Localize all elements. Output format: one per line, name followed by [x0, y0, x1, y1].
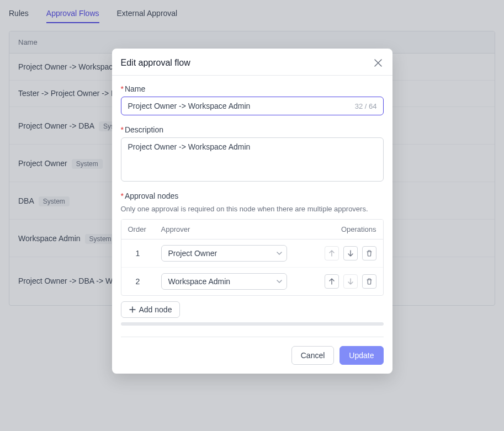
node-header-approver: Approver	[155, 220, 316, 240]
trash-icon	[366, 278, 373, 285]
node-order: 1	[121, 240, 155, 268]
chevron-down-icon	[277, 252, 282, 255]
arrow-up-icon	[328, 250, 335, 257]
node-row: 1 Project Owner	[121, 240, 383, 268]
add-node-button[interactable]: Add node	[121, 301, 181, 318]
move-up-button[interactable]	[325, 246, 339, 260]
delete-button[interactable]	[362, 274, 376, 289]
approval-nodes-table: Order Approver Operations 1 Project Owne…	[121, 219, 384, 296]
node-header-order: Order	[121, 220, 155, 240]
approver-select[interactable]: Workspace Admin	[161, 273, 287, 290]
required-asterisk: *	[121, 125, 124, 134]
move-down-button[interactable]	[343, 246, 358, 260]
arrow-up-icon	[328, 278, 335, 285]
arrow-down-icon	[347, 278, 354, 285]
update-button[interactable]: Update	[339, 346, 383, 365]
move-down-button[interactable]	[343, 274, 358, 289]
move-up-button[interactable]	[325, 274, 339, 289]
modal-title: Edit approval flow	[121, 58, 190, 68]
name-input[interactable]	[121, 97, 384, 115]
required-asterisk: *	[121, 191, 124, 200]
close-button[interactable]	[373, 57, 384, 68]
approval-nodes-label: *Approval nodes	[121, 191, 384, 200]
required-asterisk: *	[121, 84, 124, 93]
close-icon	[374, 59, 382, 67]
edit-approval-flow-modal: Edit approval flow *Name 32 / 64 *Descri…	[112, 49, 392, 374]
horizontal-scrollbar[interactable]	[121, 322, 384, 326]
approver-select[interactable]: Project Owner	[161, 245, 287, 262]
arrow-down-icon	[347, 250, 354, 257]
description-label: *Description	[121, 125, 384, 134]
name-label: *Name	[121, 84, 384, 93]
description-input[interactable]: Project Owner -> Workspace Admin	[121, 137, 384, 182]
node-row: 2 Workspace Admin	[121, 268, 383, 295]
char-counter: 32 / 64	[355, 102, 377, 110]
delete-button[interactable]	[362, 246, 376, 260]
chevron-down-icon	[277, 280, 282, 283]
modal-overlay: Edit approval flow *Name 32 / 64 *Descri…	[0, 0, 504, 431]
cancel-button[interactable]: Cancel	[291, 346, 335, 365]
approval-nodes-help: Only one approval is required on this no…	[121, 204, 384, 215]
plus-icon	[129, 306, 136, 313]
node-header-operations: Operations	[316, 220, 383, 240]
trash-icon	[366, 250, 373, 257]
node-order: 2	[121, 268, 155, 295]
